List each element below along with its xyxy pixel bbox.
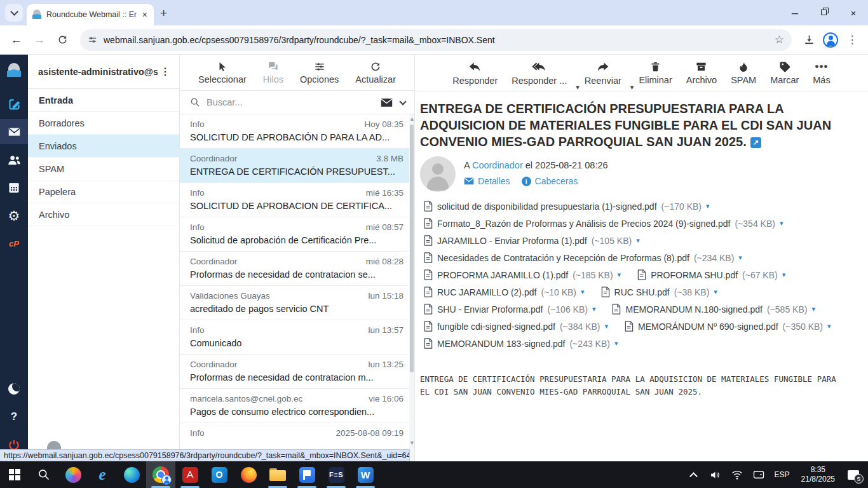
message-row[interactable]: Validaciones Guayas lun 15:18 acreditado… (180, 286, 410, 320)
details-link[interactable]: Detalles (464, 176, 510, 186)
attachment-menu-caret-icon[interactable]: ▾ (614, 339, 618, 348)
taskbar-search-button[interactable] (29, 461, 58, 488)
attachment-menu-caret-icon[interactable]: ▾ (604, 322, 608, 330)
open-in-new-window-icon[interactable]: ↗ (750, 137, 761, 148)
scroll-up-icon[interactable]: ▲ (409, 116, 414, 122)
attachment-item[interactable]: Formato_8_Razón de Proformas y Análisis … (424, 218, 783, 229)
file-explorer-icon[interactable] (263, 461, 292, 488)
headers-link[interactable]: i Cabeceras (522, 176, 578, 186)
firefox-icon[interactable] (234, 461, 263, 488)
back-button[interactable]: ← (6, 30, 27, 50)
attachment-item[interactable]: RUC JARAMILLO (2).pdf (~10 KB) ▾ (424, 287, 585, 297)
more-button[interactable]: ••• Más (813, 60, 830, 85)
reply-button[interactable]: Responder (452, 60, 498, 86)
mail-nav-button[interactable] (0, 119, 28, 144)
bookmark-star-icon[interactable]: ☆ (775, 33, 784, 46)
tab-close-icon[interactable]: × (141, 10, 149, 20)
attachment-menu-caret-icon[interactable]: ▾ (738, 254, 742, 262)
restore-button[interactable] (810, 0, 839, 25)
recipient-link[interactable]: Coordinador (472, 160, 523, 170)
attachment-item[interactable]: RUC SHU.pdf (~38 KB) ▾ (601, 287, 717, 297)
fes-app-icon[interactable]: F≡S (322, 461, 351, 488)
folder-item[interactable]: Archivo (28, 203, 179, 226)
message-row[interactable]: Coordinador mié 08:28 Proformas de neces… (180, 252, 410, 286)
attachment-item[interactable]: PROFORMA JARAMILLO (1).pdf (~185 KB) ▾ (424, 269, 621, 280)
attachment-menu-caret-icon[interactable]: ▾ (592, 305, 596, 313)
attachment-menu-caret-icon[interactable]: ▾ (714, 288, 717, 296)
minimize-button[interactable]: – (780, 0, 810, 25)
language-indicator[interactable]: ESP (771, 470, 794, 479)
attachment-item[interactable]: JARAMILLO - Enviar Proforma (1).pdf (~10… (424, 235, 640, 246)
downloads-button[interactable] (799, 30, 818, 50)
refresh-button[interactable]: Actualizar (355, 61, 396, 85)
outlook-icon[interactable]: O (205, 461, 234, 488)
acrobat-icon[interactable] (175, 461, 205, 488)
browser-menu-button[interactable]: ⋮ (843, 30, 862, 50)
message-row[interactable]: Info mié 08:57 Solicitud de aprobación d… (180, 217, 410, 252)
blue-flag-app-icon[interactable] (292, 461, 322, 488)
omnibox[interactable]: webmail.sanjuan.gob.ec/cpsess0079158976/… (80, 29, 792, 51)
word-icon[interactable]: W (351, 461, 380, 488)
spam-button[interactable]: SPAM (731, 60, 756, 85)
attachment-item[interactable]: MEMORÁNDUM Nº 690-signed.pdf (~350 KB) ▾ (625, 321, 831, 332)
cpanel-icon[interactable]: cP (0, 231, 28, 256)
folder-item[interactable]: Borradores (28, 112, 179, 135)
message-row[interactable]: Info lun 13:57 Comunicado (180, 320, 410, 355)
attachment-item[interactable]: SHU - Enviar Proforma.pdf (~106 KB) ▾ (424, 304, 595, 315)
folder-item[interactable]: Entrada (28, 89, 179, 112)
start-button[interactable] (0, 461, 29, 488)
delete-button[interactable]: Eliminar (639, 60, 672, 85)
settings-nav-button[interactable]: ⚙ (0, 203, 28, 228)
clock[interactable]: 8:35 21/8/2025 (796, 465, 840, 484)
message-row[interactable]: Coordinador lun 13:25 Proformas de neces… (180, 355, 410, 389)
wifi-icon[interactable] (728, 463, 747, 486)
calendar-nav-button[interactable] (0, 175, 28, 200)
attachment-item[interactable]: fungible cdi-signed-signed.pdf (~384 KB)… (424, 321, 608, 332)
chrome-icon[interactable] (146, 461, 175, 488)
reply-all-button[interactable]: Responder ... (512, 60, 567, 86)
attachment-item[interactable]: solicitud de disponibilidad presupuestar… (424, 201, 710, 212)
notification-center-button[interactable]: 5 (843, 463, 864, 486)
scroll-down-icon[interactable]: ▼ (409, 440, 414, 446)
archive-button[interactable]: Archivo (686, 60, 717, 85)
attachment-menu-caret-icon[interactable]: ▾ (811, 305, 815, 313)
forward-caret-icon[interactable]: ▾ (630, 83, 634, 92)
help-button[interactable]: ? (0, 404, 28, 430)
search-scope-mail-icon[interactable] (381, 98, 393, 107)
message-row[interactable]: maricela.santos@cnel.gob.ec vie 16:06 Pa… (180, 389, 410, 423)
account-menu-button[interactable]: ⋮ (158, 65, 173, 78)
attachment-item[interactable]: MEMORANDUM N.180-signed.pdf (~585 KB) ▾ (612, 304, 815, 315)
url-text[interactable]: webmail.sanjuan.gob.ec/cpsess0079158976/… (104, 35, 768, 45)
attachment-item[interactable]: Necesidades de Contratación y Recepción … (424, 252, 742, 263)
select-button[interactable]: Seleccionar (198, 61, 247, 85)
attachment-menu-caret-icon[interactable]: ▾ (782, 271, 786, 279)
browser-tab[interactable]: Roundcube Webmail :: Enviados × (27, 4, 154, 25)
profile-button[interactable] (821, 30, 840, 50)
attachment-menu-caret-icon[interactable]: ▾ (706, 202, 710, 210)
reload-button[interactable] (52, 30, 72, 50)
options-button[interactable]: Opciones (300, 61, 339, 85)
list-scrollbar[interactable]: ▲ ▼ (409, 114, 414, 461)
folder-item[interactable]: Enviados (28, 135, 179, 158)
copilot-icon[interactable] (58, 461, 88, 488)
attachment-menu-caret-icon[interactable]: ▾ (780, 219, 783, 227)
folder-item[interactable]: Papelera (28, 180, 179, 203)
search-input[interactable] (207, 97, 374, 107)
search-options-chevron-icon[interactable] (399, 98, 406, 105)
cast-icon[interactable] (749, 463, 768, 486)
reply-all-caret-icon[interactable]: ▾ (576, 83, 580, 92)
compose-button[interactable] (0, 91, 28, 116)
attachment-item[interactable]: MEMORANDUM 183-signed.pdf (~243 KB) ▾ (424, 338, 618, 349)
forward-button[interactable]: Reenviar (585, 60, 621, 86)
folder-item[interactable]: SPAM (28, 158, 179, 180)
message-row[interactable]: Info mié 16:35 SOLICITUD DE APROBACION D… (180, 183, 410, 217)
attachment-menu-caret-icon[interactable]: ▾ (581, 288, 585, 296)
contacts-nav-button[interactable] (0, 147, 28, 172)
attachment-item[interactable]: PROFORMA SHU.pdf (~67 KB) ▾ (637, 269, 785, 280)
edge-icon[interactable] (117, 461, 146, 488)
attachment-menu-caret-icon[interactable]: ▾ (618, 271, 621, 279)
site-settings-icon[interactable] (88, 35, 97, 44)
new-tab-button[interactable]: + (160, 6, 167, 20)
tray-expand-button[interactable] (684, 463, 703, 486)
message-row[interactable]: Info Hoy 08:35 SOLICITUD DE APROBACIÓN D… (180, 114, 410, 149)
